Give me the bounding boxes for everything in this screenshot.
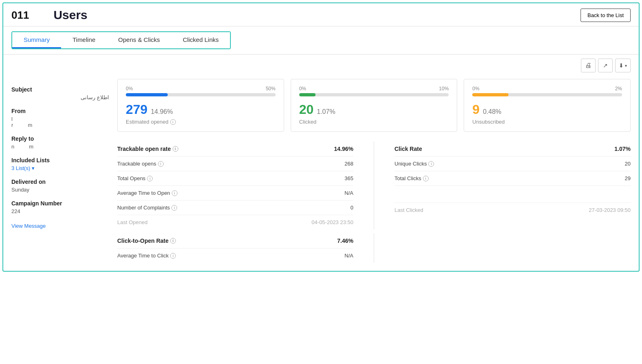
avg-time-open-value: N/A xyxy=(344,190,353,196)
total-clicks-info[interactable]: i xyxy=(423,176,429,181)
included-lists-value[interactable]: 3 List(s) ▾ xyxy=(11,165,109,171)
reply-to-label: Reply to xyxy=(11,135,109,142)
trackable-opens-info[interactable]: i xyxy=(158,161,164,167)
unsub-progress-track xyxy=(472,93,622,96)
unique-clicks-label: Unique Clicks i xyxy=(394,161,434,167)
view-message-link[interactable]: View Message xyxy=(11,223,46,229)
back-to-list-button[interactable]: Back to the List xyxy=(581,9,631,22)
reply-to-right: m xyxy=(29,144,33,150)
clicked-progress-track xyxy=(299,93,449,96)
reply-to-left: n xyxy=(11,144,14,150)
avg-time-open-label: Average Time to Open i xyxy=(117,190,177,196)
cto-rate-row: Click-to-Open Rate i 7.46% xyxy=(117,233,353,248)
clicked-progress-max: 10% xyxy=(439,86,449,92)
header-left: 011 Users xyxy=(11,8,88,22)
tabs-bar: Summary Timeline Opens & Clicks Clicked … xyxy=(3,26,639,54)
page-title: Users xyxy=(53,8,87,22)
unique-clicks-info[interactable]: i xyxy=(428,161,434,167)
from-line1: l xyxy=(11,116,109,122)
delivered-on-label: Delivered on xyxy=(11,179,109,185)
tabs-container: Summary Timeline Opens & Clicks Clicked … xyxy=(11,31,231,49)
unsub-stat-main: 9 0.48% xyxy=(472,102,622,117)
complaints-info[interactable]: i xyxy=(171,205,177,211)
unsub-progress-area: 0% 2% xyxy=(472,86,622,96)
trackable-opens-value: 268 xyxy=(344,161,353,167)
stats-divider xyxy=(374,142,374,229)
opened-progress-labels: 0% 50% xyxy=(126,86,276,92)
cto-rate-label: Click-to-Open Rate i xyxy=(117,238,176,244)
unsub-percentage: 0.48% xyxy=(483,108,501,116)
opened-progress-max: 50% xyxy=(266,86,276,92)
unique-clicks-value: 20 xyxy=(625,161,631,167)
opened-label: Estimated opened xyxy=(126,119,169,125)
click-spacer-row xyxy=(394,186,631,203)
right-panel: 0% 50% 279 14.96% Estimated opened i xyxy=(117,75,631,263)
total-clicks-row: Total Clicks i 29 xyxy=(394,171,631,186)
total-clicks-label: Total Clicks i xyxy=(394,175,429,181)
cto-rate-value: 7.46% xyxy=(337,238,353,244)
opened-percentage: 14.96% xyxy=(151,108,173,116)
unsub-progress-labels: 0% 2% xyxy=(472,86,622,92)
clicked-progress-fill xyxy=(299,93,316,96)
complaints-label: Number of Complaints i xyxy=(117,205,177,211)
opened-info-icon[interactable]: i xyxy=(170,119,176,125)
included-lists-label: Included Lists xyxy=(11,157,109,163)
cto-rate-info[interactable]: i xyxy=(170,238,176,244)
avg-time-click-value: N/A xyxy=(344,253,353,259)
last-clicked-label: Last Clicked xyxy=(394,207,423,213)
campaign-number-value: 224 xyxy=(11,208,109,214)
download-chevron: ▾ xyxy=(625,63,627,68)
avg-time-click-info[interactable]: i xyxy=(170,253,176,259)
trackable-open-rate-info[interactable]: i xyxy=(173,146,178,152)
opened-description: Estimated opened i xyxy=(126,119,276,125)
tab-summary[interactable]: Summary xyxy=(12,32,61,48)
print-button[interactable]: 🖨 xyxy=(581,59,596,72)
avg-time-click-row: Average Time to Click i N/A xyxy=(117,248,353,263)
stat-card-clicked: 0% 10% 20 1.07% Clicked xyxy=(291,79,458,132)
trackable-open-rate-label: Trackable open rate i xyxy=(117,146,178,152)
from-line2-right: m xyxy=(28,122,32,128)
header: 011 Users Back to the List xyxy=(3,3,639,26)
avg-time-open-row: Average Time to Open i N/A xyxy=(117,186,353,201)
download-icon: ⬇ xyxy=(619,62,624,69)
total-opens-row: Total Opens i 365 xyxy=(117,171,353,186)
unsub-description: Unsubscribed xyxy=(472,119,622,125)
last-opened-value: 04-05-2023 23:50 xyxy=(311,219,353,225)
bottom-divider xyxy=(374,233,374,263)
from-line2-left: r xyxy=(11,122,13,128)
unique-clicks-row: Unique Clicks i 20 xyxy=(394,157,631,171)
click-stats-col: Click Rate 1.07% Unique Clicks i 20 Tota… xyxy=(394,142,631,229)
opened-progress-min: 0% xyxy=(126,86,133,92)
avg-time-click-label: Average Time to Click i xyxy=(117,253,176,259)
brand-logo: 011 xyxy=(11,9,29,22)
tab-timeline[interactable]: Timeline xyxy=(61,32,107,48)
share-button[interactable]: ↗ xyxy=(598,59,613,72)
from-label: From xyxy=(11,108,109,114)
tab-clicked-links[interactable]: Clicked Links xyxy=(171,32,230,48)
subject-value: اطلاع رسانی xyxy=(11,94,109,100)
avg-time-open-info[interactable]: i xyxy=(172,190,177,196)
open-stats-col: Trackable open rate i 14.96% Trackable o… xyxy=(117,142,353,229)
trackable-open-rate-row: Trackable open rate i 14.96% xyxy=(117,142,353,157)
clicked-progress-area: 0% 10% xyxy=(299,86,449,96)
reply-to-value: n m xyxy=(11,144,109,150)
trackable-opens-row: Trackable opens i 268 xyxy=(117,157,353,171)
share-icon: ↗ xyxy=(603,62,608,69)
opened-progress-area: 0% 50% xyxy=(126,86,276,96)
stats-sections: Trackable open rate i 14.96% Trackable o… xyxy=(117,142,631,229)
clicked-progress-labels: 0% 10% xyxy=(299,86,449,92)
from-line2: r m xyxy=(11,122,109,128)
left-panel: Subject اطلاع رسانی From l r m Reply to … xyxy=(11,75,117,263)
trackable-open-rate-value: 14.96% xyxy=(334,146,353,152)
bottom-right-spacer xyxy=(394,233,631,263)
download-button[interactable]: ⬇ ▾ xyxy=(615,59,631,72)
main-content: Subject اطلاع رسانی From l r m Reply to … xyxy=(3,75,639,271)
total-opens-info[interactable]: i xyxy=(147,176,153,181)
opened-progress-track xyxy=(126,93,276,96)
total-opens-value: 365 xyxy=(344,175,353,181)
clicked-big-number: 20 xyxy=(299,102,314,117)
click-rate-row: Click Rate 1.07% xyxy=(394,142,631,157)
unsub-label: Unsubscribed xyxy=(472,119,505,125)
print-icon: 🖨 xyxy=(585,62,592,69)
tab-opens-clicks[interactable]: Opens & Clicks xyxy=(107,32,171,48)
